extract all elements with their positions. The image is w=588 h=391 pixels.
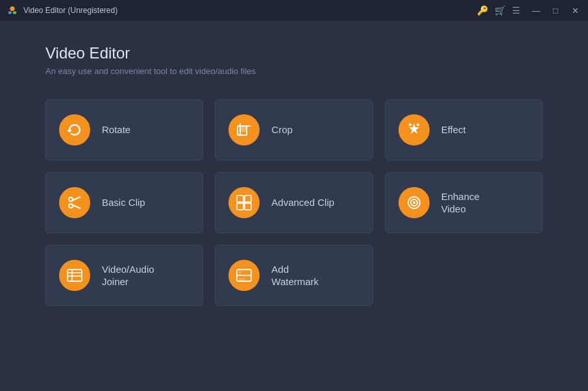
crop-label: Crop [271, 123, 293, 136]
tool-card-crop[interactable]: Crop [215, 99, 373, 160]
svg-line-13 [73, 205, 81, 209]
svg-rect-15 [245, 196, 251, 202]
effect-label: Effect [441, 123, 466, 136]
maximize-button[interactable]: □ [548, 3, 563, 18]
svg-rect-6 [241, 127, 246, 132]
minimize-button[interactable]: — [528, 3, 544, 18]
menu-icon[interactable]: ☰ [512, 5, 521, 16]
add-watermark-label: AddWatermark [271, 263, 319, 288]
svg-point-9 [417, 123, 419, 126]
tool-grid: Rotate Crop Eff [45, 99, 543, 306]
svg-point-11 [69, 204, 73, 208]
tool-card-enhance-video[interactable]: EnhanceVideo [385, 172, 543, 233]
tool-card-add-watermark[interactable]: © TXT AddWatermark [215, 245, 373, 306]
main-content: Video Editor An easy use and convenient … [0, 21, 588, 325]
svg-rect-23 [67, 270, 82, 281]
title-bar: Video Editor (Unregistered) 🔑 🛒 ☰ — □ ✕ [0, 0, 588, 21]
key-icon[interactable]: 🔑 [477, 5, 488, 16]
advanced-clip-icon-circle [228, 187, 260, 218]
tool-card-advanced-clip[interactable]: Advanced Clip [215, 172, 373, 233]
svg-point-1 [8, 11, 12, 14]
page-subtitle: An easy use and convenient tool to edit … [45, 66, 543, 76]
title-bar-left: Video Editor (Unregistered) [6, 5, 117, 16]
svg-point-0 [10, 6, 14, 11]
app-icon [6, 5, 18, 16]
video-audio-joiner-label: Video/AudioJoiner [102, 263, 154, 288]
svg-point-10 [69, 197, 73, 201]
rotate-label: Rotate [102, 123, 130, 136]
svg-text:©: © [239, 271, 241, 275]
tool-card-effect[interactable]: Effect [385, 99, 543, 160]
basic-clip-label: Basic Clip [102, 196, 145, 209]
close-button[interactable]: ✕ [567, 3, 583, 18]
rotate-icon-circle [59, 114, 90, 145]
svg-text:TXT: TXT [239, 277, 245, 281]
video-audio-joiner-icon-circle [59, 260, 90, 291]
enhance-video-icon-circle [398, 187, 430, 218]
enhance-video-label: EnhanceVideo [441, 190, 480, 216]
effect-icon-circle [398, 114, 430, 145]
title-bar-controls: — □ ✕ [528, 3, 583, 18]
add-watermark-icon-circle: © TXT [228, 260, 260, 291]
svg-line-12 [73, 197, 81, 201]
svg-rect-14 [237, 196, 243, 202]
title-bar-extras: 🔑 🛒 ☰ [477, 5, 521, 16]
tool-card-basic-clip[interactable]: Basic Clip [45, 172, 203, 233]
advanced-clip-label: Advanced Clip [271, 196, 334, 209]
svg-point-22 [413, 201, 415, 204]
svg-rect-17 [245, 203, 251, 210]
tool-card-video-audio-joiner[interactable]: Video/AudioJoiner [45, 245, 203, 306]
crop-icon-circle [228, 114, 260, 145]
basic-clip-icon-circle [59, 187, 90, 218]
tool-card-rotate[interactable]: Rotate [45, 99, 203, 160]
cart-icon[interactable]: 🛒 [495, 5, 506, 16]
svg-point-8 [409, 123, 411, 126]
window-title: Video Editor (Unregistered) [23, 6, 117, 15]
svg-point-2 [13, 11, 16, 14]
svg-rect-16 [237, 203, 243, 210]
page-title: Video Editor [45, 44, 543, 62]
